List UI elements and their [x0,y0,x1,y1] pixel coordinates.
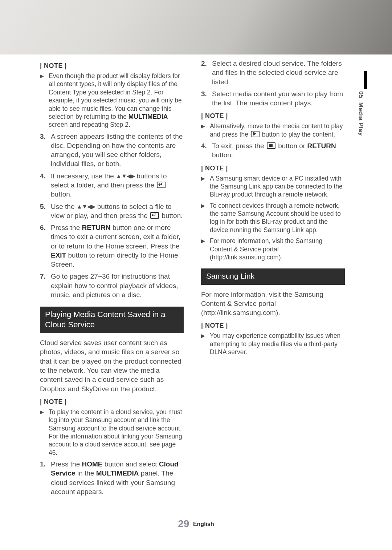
cloud-step-1: 1. Press the HOME button and select Clou… [40,460,184,496]
manual-page: 05 Media Play | NOTE | ▶ Even though the… [0,0,392,550]
cloud-step-4: 4. To exit, press the button or RETURN b… [201,141,345,160]
note-label: | NOTE | [40,398,184,407]
note-text: You may experience compatibility issues … [210,332,345,356]
note-label: | NOTE | [201,112,345,121]
chapter-side-tab: 05 Media Play [357,71,367,136]
enter-button-icon [150,212,159,219]
enter-button-icon [157,182,166,188]
page-language: English [193,521,214,527]
note-text: A Samsung smart device or a PC installed… [210,174,345,199]
note-label: | NOTE | [40,62,184,70]
step-5: 5. Use the ▲▼◀▶ buttons to select a file… [40,202,184,221]
note-label: | NOTE | [201,164,345,173]
side-tab-mark [364,71,367,89]
note-text: To connect devices through a remote netw… [210,202,345,234]
step-text: Press the HOME button and select Cloud S… [51,460,184,496]
side-tab-text: 05 Media Play [357,91,364,136]
section-heading-samsung-link: Samsung Link [201,268,345,284]
page-footer: 29 English [0,518,392,530]
stop-button-icon [267,142,275,149]
cloud-step-3: 3. Select media content you wish to play… [201,89,345,108]
cloud-intro-paragraph: Cloud service saves user content such as… [40,338,184,393]
direction-arrows-icon: ▲▼◀▶ [116,173,135,179]
bullet-marker-icon: ▶ [201,237,210,261]
step-number: 4. [201,141,212,160]
play-button-icon [251,131,260,137]
step-text: To exit, press the button or RETURN butt… [212,141,345,160]
step-text: A screen appears listing the contents of… [51,132,184,169]
note-text: For more information, visit the Samsung … [210,237,345,261]
step-text: If necessary, use the ▲▼◀▶ buttons to se… [51,171,184,199]
link-intro-paragraph: For more information, visit the Samsung … [201,290,345,318]
note-bullet: ▶ For more information, visit the Samsun… [201,237,345,261]
step-text: Press the RETURN button one or more time… [51,223,184,269]
note-text: Alternatively, move to the media content… [210,122,345,138]
chapter-title: Media Play [358,102,364,136]
cloud-step-2: 2. Select a desired cloud service. The f… [201,59,345,86]
note-text: To play the content in a cloud service, … [49,408,184,457]
step-number: 4. [40,171,51,199]
right-column: 2. Select a desired cloud service. The f… [201,57,345,499]
note-bullet: ▶ A Samsung smart device or a PC install… [201,174,345,199]
step-number: 1. [40,460,51,496]
top-gradient-band [0,0,392,54]
direction-arrows-icon: ▲▼◀▶ [77,203,95,210]
step-text: Use the ▲▼◀▶ buttons to select a file to… [51,202,184,221]
step-6: 6. Press the RETURN button one or more t… [40,223,184,269]
step-number: 5. [40,202,51,221]
step-number: 3. [201,89,212,108]
bullet-marker-icon: ▶ [201,202,210,234]
content-columns: | NOTE | ▶ Even though the product will … [40,57,345,499]
step-number: 6. [40,223,51,269]
chapter-number: 05 [358,91,364,98]
bullet-marker-icon: ▶ [201,332,210,356]
note-label: | NOTE | [201,321,345,330]
step-number: 2. [201,59,212,86]
step-7: 7. Go to pages 27~36 for instructions th… [40,272,184,299]
section-heading-cloud: Playing Media Content Saved in a Cloud S… [40,307,184,333]
note-bullet: ▶ You may experience compatibility issue… [201,332,345,356]
step-text: Select media content you wish to play fr… [212,89,345,108]
step-number: 7. [40,272,51,299]
step-number: 3. [40,132,51,169]
bullet-marker-icon: ▶ [40,408,49,457]
left-column: | NOTE | ▶ Even though the product will … [40,57,184,499]
note-bullet: ▶ Alternatively, move to the media conte… [201,122,345,138]
bullet-marker-icon: ▶ [40,72,49,129]
page-number: 29 [178,518,189,529]
step-3: 3. A screen appears listing the contents… [40,132,184,169]
note-bullet: ▶ Even though the product will display f… [40,72,184,129]
note-bullet: ▶ To play the content in a cloud service… [40,408,184,457]
note-text: Even though the product will display fol… [49,72,184,129]
step-text: Select a desired cloud service. The fold… [212,59,345,86]
bullet-marker-icon: ▶ [201,174,210,199]
bullet-marker-icon: ▶ [201,122,210,138]
note-bullet: ▶ To connect devices through a remote ne… [201,202,345,234]
step-4: 4. If necessary, use the ▲▼◀▶ buttons to… [40,171,184,199]
step-text: Go to pages 27~36 for instructions that … [51,272,184,299]
